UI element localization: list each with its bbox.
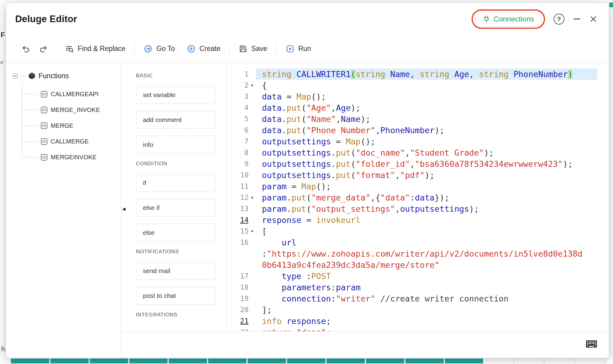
code-line-text[interactable]: type :POST <box>256 271 597 282</box>
code-line-text[interactable]: response = invokeurl <box>256 214 597 226</box>
close-button[interactable] <box>589 15 598 24</box>
functions-tree-root[interactable]: Functions <box>13 69 121 83</box>
snippet-add-comment[interactable]: add comment <box>136 111 215 129</box>
gutter-cell: 14 <box>227 214 256 226</box>
code-line-text[interactable]: outputsettings.put("format","pdf"); <box>256 170 597 181</box>
snippets-panel: BASICset variableadd commentinfoCONDITIO… <box>121 62 227 331</box>
snippet-else-if[interactable]: else if <box>136 199 215 217</box>
tree-item-label: MERGE <box>51 122 73 129</box>
code-line-text[interactable]: data.put("Name",Name); <box>256 113 597 125</box>
tree-item-merge[interactable]: MERGE <box>22 118 121 133</box>
code-row[interactable]: 3data = Map(); <box>227 91 609 102</box>
functions-root-label: Functions <box>39 72 69 80</box>
code-line-text[interactable]: info response; <box>256 315 597 327</box>
goto-button[interactable]: Go To <box>138 42 181 56</box>
line-number: 6 <box>244 125 249 136</box>
code-line-text[interactable]: return "done"; <box>256 327 597 331</box>
line-number: 4 <box>244 102 249 113</box>
code-line-text[interactable]: connection:"writer" //create writer conn… <box>256 293 597 304</box>
gutter-cell: 6 <box>227 125 256 136</box>
code-row[interactable]: 14response = invokeurl <box>227 214 609 226</box>
save-button[interactable]: Save <box>233 42 273 56</box>
code-editor[interactable]: 1string CALLWRITER1(string Name, string … <box>227 62 609 331</box>
code-line-text[interactable]: param = Map(); <box>256 181 597 192</box>
code-line-text[interactable]: [ <box>256 226 597 237</box>
fold-arrow-icon[interactable]: ▾ <box>249 226 256 237</box>
code-row[interactable]: 13param.put("output_settings",outputsett… <box>227 203 609 214</box>
code-line-text[interactable]: outputsettings.put("folder_id","bsa6360a… <box>256 158 597 170</box>
panel-collapse-handle[interactable]: ◀ <box>121 204 127 214</box>
redo-button[interactable] <box>35 42 53 56</box>
code-line-text[interactable]: param.put("output_settings",outputsettin… <box>256 203 597 214</box>
code-line-text[interactable]: string CALLWRITER1(string Name, string A… <box>256 69 597 80</box>
code-row[interactable]: 4data.put("Age",Age); <box>227 102 609 113</box>
code-row[interactable]: 1string CALLWRITER1(string Name, string … <box>227 69 609 80</box>
create-button[interactable]: Create <box>181 42 226 56</box>
snippet-info[interactable]: info <box>136 136 215 153</box>
code-row[interactable]: 17 type :POST <box>227 271 609 282</box>
find-replace-button[interactable]: Find & Replace <box>59 42 131 56</box>
code-row[interactable]: 12▾param.put("merge_data",{"data":data})… <box>227 192 609 203</box>
code-line-text[interactable]: 0b6413a9c4fea239dc3da5a/merge/store" <box>256 259 597 271</box>
line-number: 22 <box>240 327 249 331</box>
code-line-text[interactable]: outputsettings.put("doc_name","Student G… <box>256 147 597 158</box>
code-row[interactable]: 19 connection:"writer" //create writer c… <box>227 293 609 304</box>
code-row[interactable]: 15▾[ <box>227 226 609 237</box>
code-line-text[interactable]: outputsettings = Map(); <box>256 136 597 147</box>
code-line-text[interactable]: url <box>256 237 597 248</box>
code-row[interactable]: 10outputsettings.put("format","pdf"); <box>227 170 609 181</box>
toolbar-separator <box>134 42 135 55</box>
code-row[interactable]: 16 url <box>227 237 609 248</box>
code-line-text[interactable]: data = Map(); <box>256 91 597 102</box>
fold-arrow-icon[interactable]: ▾ <box>249 192 256 203</box>
help-icon: ? <box>554 14 564 25</box>
code-row[interactable]: 2▾{ <box>227 80 609 91</box>
gutter-cell: 19 <box>227 293 256 304</box>
tree-item-merge_invoke[interactable]: MERGE_INVOKE <box>22 102 121 118</box>
tree-collapse-toggle-icon[interactable] <box>13 73 18 78</box>
code-line-text[interactable]: data.put("Age",Age); <box>256 102 597 113</box>
snippet-send-mail[interactable]: send mail <box>136 262 215 280</box>
code-row[interactable]: 21info response; <box>227 315 609 327</box>
help-button[interactable]: ? <box>553 13 565 25</box>
code-line-text[interactable]: { <box>256 80 597 91</box>
code-row[interactable]: :"https://www.zohoapis.com/writer/api/v2… <box>227 248 609 259</box>
background-teal-corner <box>609 2 613 7</box>
connections-plug-icon <box>483 15 490 23</box>
gutter-cell: 5 <box>227 113 256 125</box>
undo-icon <box>21 45 30 53</box>
code-row[interactable]: 22return "done"; <box>227 327 609 331</box>
line-number: 20 <box>240 304 249 315</box>
snippet-set-variable[interactable]: set variable <box>136 86 215 104</box>
code-row[interactable]: 8outputsettings.put("doc_name","Student … <box>227 147 609 158</box>
connections-button[interactable]: Connections <box>475 12 542 26</box>
gutter-cell: 7 <box>227 136 256 147</box>
code-line-text[interactable]: parameters:param <box>256 282 597 293</box>
code-row[interactable]: 0b6413a9c4fea239dc3da5a/merge/store" <box>227 259 609 271</box>
tree-item-mergeinvoke[interactable]: MERGEINVOKE <box>22 149 121 165</box>
snippet-else[interactable]: else <box>136 224 215 241</box>
minimize-button[interactable] <box>573 18 581 20</box>
undo-button[interactable] <box>16 42 35 56</box>
code-row[interactable]: 5data.put("Name",Name); <box>227 113 609 125</box>
code-row[interactable]: 20]; <box>227 304 609 315</box>
snippet-post-to-chat[interactable]: post to chat <box>136 287 215 305</box>
code-line-text[interactable]: ]; <box>256 304 597 315</box>
code-row[interactable]: 18 parameters:param <box>227 282 609 293</box>
code-line-text[interactable]: :"https://www.zohoapis.com/writer/api/v2… <box>256 248 597 259</box>
tree-item-label: CALLMERGEAPI <box>51 91 99 98</box>
code-line-text[interactable]: data.put("Phone Number",PhoneNumber); <box>256 125 597 136</box>
keyboard-icon[interactable] <box>586 340 597 348</box>
code-row[interactable]: 7outputsettings = Map(); <box>227 136 609 147</box>
snippet-if[interactable]: if <box>136 174 215 192</box>
save-icon <box>239 45 247 53</box>
code-row[interactable]: 6data.put("Phone Number",PhoneNumber); <box>227 125 609 136</box>
tree-item-callmergeapi[interactable]: CALLMERGEAPI <box>22 86 121 102</box>
tree-item-callmerge[interactable]: CALLMERGE <box>22 133 121 149</box>
run-button[interactable]: Run <box>280 42 317 56</box>
snippet-section-label: CONDITION <box>136 161 215 167</box>
code-line-text[interactable]: param.put("merge_data",{"data":data}); <box>256 192 597 203</box>
fold-arrow-icon[interactable]: ▾ <box>249 80 256 91</box>
code-row[interactable]: 9outputsettings.put("folder_id","bsa6360… <box>227 158 609 170</box>
code-row[interactable]: 11param = Map(); <box>227 181 609 192</box>
